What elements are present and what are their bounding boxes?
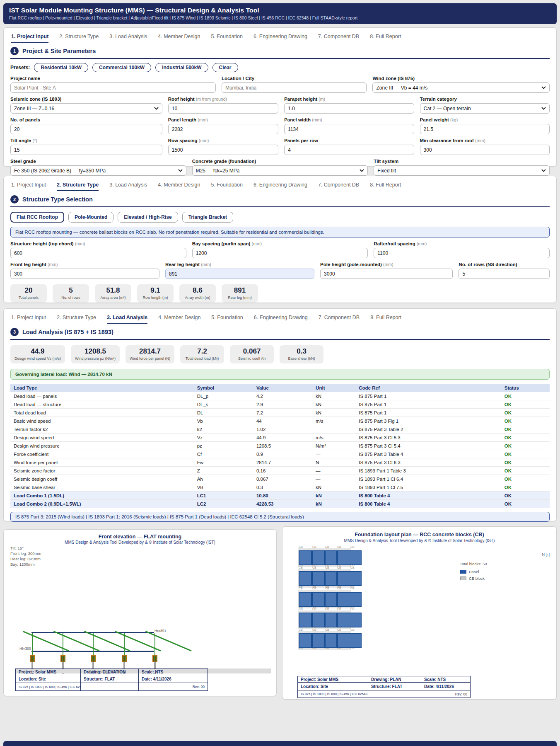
pole-mounted-button[interactable]: Pole-Mounted xyxy=(68,212,113,223)
cb-label: CB xyxy=(299,566,303,569)
concrete-grade-select[interactable]: M25 — fck=25 MPa xyxy=(192,165,368,176)
cb-block-swatch-icon xyxy=(460,576,466,580)
stat-row-length: 9.1Row length (m) xyxy=(137,284,174,303)
no-of-panels-input[interactable] xyxy=(10,124,162,134)
preset-clear-button[interactable]: Clear xyxy=(212,63,238,72)
load-analysis-card: 1. Project Input 2. Structure Type 3. Lo… xyxy=(3,308,557,521)
row-spacing-input[interactable] xyxy=(168,145,278,155)
ballast-footing xyxy=(122,655,127,662)
tab-project-input[interactable]: 1. Project Input xyxy=(11,182,46,191)
parapet-height-input[interactable] xyxy=(284,103,414,114)
legend-panel: Panel xyxy=(460,569,479,574)
field-rear-leg-height: Rear leg height (mm) xyxy=(165,262,314,279)
tab-structure-type[interactable]: 2. Structure Type xyxy=(57,315,96,324)
cb-label: CB xyxy=(312,628,316,631)
steel-grade-select[interactable]: Fe 350 (IS 2062 Grade B) — fy=350 MPa xyxy=(10,165,186,176)
cb-label: CB xyxy=(312,545,316,548)
field-wind-zone: Wind zone (IS 875) Zone III — Vb = 44 m/… xyxy=(372,76,550,93)
north-indicator: N [↑] xyxy=(542,552,550,557)
tab-full-report[interactable]: 8. Full Report xyxy=(370,315,401,324)
tab-member-design[interactable]: 4. Member Design xyxy=(158,182,200,191)
seismic-zone-select[interactable]: Zone III — Z=0.16 xyxy=(10,103,162,114)
section3-heading: 3 Load Analysis (IS 875 + IS 1893) xyxy=(10,328,550,340)
section3-title: Load Analysis (IS 875 + IS 1893) xyxy=(22,329,113,335)
structure-height-input[interactable] xyxy=(10,248,186,258)
tab-member-design[interactable]: 4. Member Design xyxy=(158,315,200,324)
tab-full-report[interactable]: 8. Full Report xyxy=(370,34,401,43)
panel-rect xyxy=(312,571,325,586)
cb-label: CB xyxy=(325,608,329,610)
panels-per-row-input[interactable] xyxy=(284,145,414,155)
cb-label: CB xyxy=(337,566,341,569)
field-panel-weight: Panel weight (kg) xyxy=(420,117,550,134)
section2-title: Structure Type Selection xyxy=(22,196,93,203)
tilt-system-select[interactable]: Fixed tilt xyxy=(374,165,550,176)
preset-industrial-button[interactable]: Industrial 500kW xyxy=(155,63,208,72)
preset-commercial-button[interactable]: Commercial 100kW xyxy=(92,63,151,72)
stat-no-of-rows: 5No. of rows xyxy=(53,284,89,303)
rear-leg-height-input[interactable] xyxy=(165,269,314,279)
cb-label: CB xyxy=(337,628,341,631)
tab-full-report[interactable]: 8. Full Report xyxy=(370,182,401,191)
tilt-angle-input[interactable] xyxy=(10,145,162,155)
front-leg-height-input[interactable] xyxy=(10,269,159,279)
tab-project-input[interactable]: 1. Project Input xyxy=(11,34,48,43)
pole-height-input[interactable] xyxy=(320,269,453,279)
tab-bar-1: 1. Project Input 2. Structure Type 3. Lo… xyxy=(10,33,550,43)
code-references-banner: IS 875 Part 3: 2015 (Wind loads) | IS 18… xyxy=(10,512,550,522)
elevation-subtitle: MMS Design & Analysis Tool Developed by … xyxy=(4,540,276,545)
chevron-down-icon xyxy=(541,107,546,110)
tab-foundation[interactable]: 5. Foundation xyxy=(211,34,242,43)
structure-type-card: 1. Project Input 2. Structure Type 3. Lo… xyxy=(3,176,557,303)
structure-leg xyxy=(124,633,125,656)
tab-structure-type[interactable]: 2. Structure Type xyxy=(57,182,99,191)
panel-length-input[interactable] xyxy=(168,124,278,134)
tab-project-input[interactable]: 1. Project Input xyxy=(11,315,46,324)
bay-spacing-input[interactable] xyxy=(192,248,368,258)
tab-engineering-drawing[interactable]: 6. Engineering Drawing xyxy=(254,315,308,324)
project-name-input[interactable] xyxy=(10,82,216,93)
tab-component-db[interactable]: 7. Component DB xyxy=(318,182,359,191)
cb-label: CB xyxy=(312,566,316,569)
rafter-spacing-input[interactable] xyxy=(374,248,550,258)
section3-number-badge: 3 xyxy=(10,328,19,336)
table-row: Basic wind speedVb44m/sIS 875 Part 3 Fig… xyxy=(10,417,550,425)
tab-structure-type[interactable]: 2. Structure Type xyxy=(59,34,99,43)
roof-height-input[interactable] xyxy=(168,103,278,114)
structure-type-buttons: Flat RCC Rooftop Pole-Mounted Elevated /… xyxy=(10,212,550,223)
panel-weight-input[interactable] xyxy=(420,124,550,134)
tab-load-analysis[interactable]: 3. Load Analysis xyxy=(107,315,147,324)
tab-component-db[interactable]: 7. Component DB xyxy=(318,34,359,43)
preset-residential-button[interactable]: Residential 10kW xyxy=(34,63,88,72)
triangle-bracket-button[interactable]: Triangle Bracket xyxy=(182,212,233,223)
tab-engineering-drawing[interactable]: 6. Engineering Drawing xyxy=(253,34,307,43)
panel-rect xyxy=(325,550,337,565)
field-min-clearance: Min clearance from roof (mm) xyxy=(420,138,550,155)
cb-label: CB xyxy=(350,628,355,631)
panel-swatch-icon xyxy=(460,570,466,574)
min-clearance-input[interactable] xyxy=(420,145,550,155)
field-rafter-spacing: Rafter/rail spacing (mm) xyxy=(374,241,550,258)
panel-rect xyxy=(325,571,337,586)
elevated-highrise-button[interactable]: Elevated / High-Rise xyxy=(118,212,178,223)
tab-foundation[interactable]: 5. Foundation xyxy=(211,182,242,191)
flat-rcc-rooftop-button[interactable]: Flat RCC Rooftop xyxy=(10,212,64,223)
terrain-category-select[interactable]: Cat 2 — Open terrain xyxy=(420,103,550,114)
panel-rect xyxy=(299,633,312,648)
elevation-annotations: Tilt: 15° Front leg: 300mm Rear leg: 891… xyxy=(10,545,41,567)
tab-load-analysis[interactable]: 3. Load Analysis xyxy=(109,182,147,191)
panel-width-input[interactable] xyxy=(284,124,414,134)
tab-component-db[interactable]: 7. Component DB xyxy=(319,315,360,324)
tab-member-design[interactable]: 4. Member Design xyxy=(158,34,200,43)
field-roof-height: Roof height (m from ground) xyxy=(168,97,278,114)
tab-load-analysis[interactable]: 3. Load Analysis xyxy=(109,34,147,43)
table-header-row: Load Type Symbol Value Unit Code Ref Sta… xyxy=(10,384,550,392)
tab-foundation[interactable]: 5. Foundation xyxy=(211,315,243,324)
cb-label: CB xyxy=(350,566,355,569)
rows-ns-input[interactable] xyxy=(459,269,550,279)
section1-title: Project & Site Parameters xyxy=(22,48,96,54)
tab-engineering-drawing[interactable]: 6. Engineering Drawing xyxy=(253,182,307,191)
location-input[interactable] xyxy=(222,82,367,93)
wind-zone-select[interactable]: Zone III — Vb = 44 m/s xyxy=(372,82,550,93)
cb-label: CB xyxy=(337,587,341,590)
